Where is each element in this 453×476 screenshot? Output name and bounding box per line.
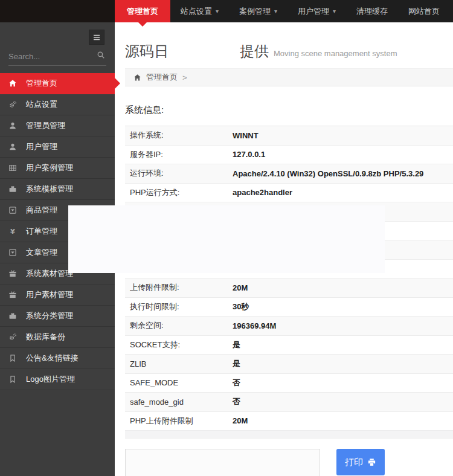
sidebar-item-label: 系统模板管理	[26, 184, 73, 195]
chevron-down-icon: ▾	[333, 8, 336, 14]
search-icon[interactable]	[97, 51, 105, 59]
page-title: 源码日 提供 Moving scene management system	[125, 36, 453, 61]
print-button[interactable]: 打印	[336, 449, 385, 475]
navbar-logo-area	[0, 0, 115, 22]
printer-icon	[367, 458, 376, 467]
row-label: 运行环境:	[125, 168, 233, 179]
row-value: Apache/2.4.10 (Win32) OpenSSL/0.9.8zb PH…	[233, 169, 423, 178]
sidebar-item-label: 系统分类管理	[26, 310, 73, 321]
row-label: safe_mode_gid	[125, 397, 233, 407]
sidebar-item-5[interactable]: 系统模板管理	[0, 179, 115, 200]
sidebar-item-label: 用户管理	[26, 141, 57, 152]
row-label: 执行时间限制:	[125, 301, 233, 312]
navbar-search-icon[interactable]	[450, 0, 453, 22]
table-row: 服务器IP:127.0.0.1	[125, 146, 453, 165]
row-value: 30秒	[233, 301, 249, 312]
table-row: SAFE_MODE否	[125, 374, 453, 393]
nav-tab-1[interactable]: 站点设置▾	[170, 0, 229, 22]
gift-icon	[8, 269, 19, 278]
sidebar-item-label: 用户案例管理	[26, 162, 73, 173]
breadcrumb-home-link[interactable]: 管理首页	[146, 72, 178, 83]
breadcrumb-separator: >	[182, 73, 187, 82]
sidebar-item-label: 订单管理	[26, 226, 57, 237]
briefcase-icon	[8, 185, 19, 193]
sidebar-item-label: 用户素材管理	[26, 289, 73, 300]
nav-tab-0[interactable]: 管理首页	[115, 0, 170, 22]
gears-icon	[8, 100, 19, 109]
gift-icon	[8, 291, 19, 299]
sidebar-item-4[interactable]: 用户案例管理	[0, 158, 115, 179]
sidebar-item-label: 管理首页	[26, 78, 57, 89]
caret-square-icon	[8, 248, 19, 257]
row-value: 20M	[233, 283, 248, 292]
print-button-label: 打印	[345, 457, 363, 468]
sidebar-item-11[interactable]: 系统分类管理	[0, 306, 115, 327]
menu-toggle-button[interactable]	[89, 30, 104, 45]
table-row: PHP运行方式:apache2handler	[125, 184, 453, 203]
table-icon	[8, 164, 19, 172]
sidebar-item-12[interactable]: 数据库备份	[0, 327, 115, 348]
row-value: WINNT	[233, 131, 259, 140]
row-label: SOCKET支持:	[125, 339, 233, 350]
table-row: 上传附件限制:20M	[125, 278, 453, 298]
caret-square-icon	[8, 206, 19, 214]
row-label: PHP运行方式:	[125, 187, 233, 198]
row-value: 127.0.0.1	[233, 150, 265, 159]
sidebar-item-13[interactable]: 公告&友情链接	[0, 348, 115, 369]
censored-watermark	[169, 36, 240, 56]
table-row: PHP上传附件限制20M	[125, 412, 453, 431]
sidebar-item-label: 站点设置	[26, 99, 57, 110]
page-title-suffix: 提供	[240, 42, 269, 61]
nav-tab-label: 案例管理	[239, 6, 271, 17]
nav-tab-4[interactable]: 清理缓存	[346, 0, 398, 22]
nav-tab-label: 用户管理	[298, 6, 329, 17]
sidebar-item-label: 商品管理	[26, 205, 57, 216]
nav-tab-label: 管理首页	[127, 6, 158, 17]
sidebar-item-3[interactable]: 用户管理	[0, 137, 115, 158]
sidebar-item-0[interactable]: 管理首页	[0, 73, 115, 94]
nav-tab-2[interactable]: 案例管理▾	[229, 0, 288, 22]
top-navbar: 管理首页站点设置▾案例管理▾用户管理▾清理缓存网站首页	[0, 0, 453, 22]
row-value: 否	[233, 378, 240, 388]
sidebar-item-1[interactable]: 站点设置	[0, 94, 115, 115]
page-header: 源码日 提供 Moving scene management system	[115, 22, 453, 68]
row-label: 上传附件限制:	[125, 282, 233, 293]
row-value: apache2handler	[233, 188, 292, 197]
sidebar-item-2[interactable]: 管理员管理	[0, 115, 115, 137]
censored-region	[68, 205, 385, 273]
sidebar-item-10[interactable]: 用户素材管理	[0, 285, 115, 306]
row-label: 操作系统:	[125, 130, 233, 141]
nav-tab-label: 站点设置	[181, 6, 212, 17]
table-row: 执行时间限制:30秒	[125, 298, 453, 317]
sidebar-search-input[interactable]	[8, 52, 93, 61]
section-title: 系统信息:	[125, 105, 453, 116]
table-footer-strip	[125, 431, 453, 439]
briefcase-icon	[8, 312, 19, 320]
sidebar-item-label: 公告&友情链接	[26, 353, 79, 364]
sidebar-item-14[interactable]: Logo图片管理	[0, 369, 115, 390]
sidebar-item-label: 管理员管理	[26, 120, 65, 131]
row-value: 20M	[233, 416, 248, 425]
row-label: 服务器IP:	[125, 149, 233, 160]
navbar-tabs: 管理首页站点设置▾案例管理▾用户管理▾清理缓存网站首页	[115, 0, 450, 22]
user-icon	[8, 143, 19, 151]
row-value: 是	[233, 339, 240, 350]
sidebar-item-label: 数据库备份	[26, 332, 65, 343]
sidebar-item-label: 系统素材管理	[26, 268, 73, 279]
sidebar-item-label: Logo图片管理	[26, 374, 75, 385]
table-row: 操作系统:WINNT	[125, 126, 453, 146]
chevron-down-icon: ▾	[216, 8, 219, 14]
table-row: safe_mode_gid否	[125, 393, 453, 412]
row-value: 196369.94M	[233, 321, 276, 330]
print-content-box[interactable]	[125, 449, 320, 476]
page-subtitle: Moving scene management system	[274, 49, 397, 58]
nav-tab-3[interactable]: 用户管理▾	[288, 0, 346, 22]
table-row: ZLIB是	[125, 355, 453, 374]
nav-tab-5[interactable]: 网站首页	[398, 0, 450, 22]
home-icon[interactable]	[133, 74, 141, 82]
bookmark-icon	[8, 375, 19, 384]
row-label: ZLIB	[125, 359, 233, 368]
chevron-down-icon: ▾	[274, 8, 277, 14]
home-icon	[8, 79, 19, 88]
sidebar-item-label: 文章管理	[26, 247, 57, 258]
